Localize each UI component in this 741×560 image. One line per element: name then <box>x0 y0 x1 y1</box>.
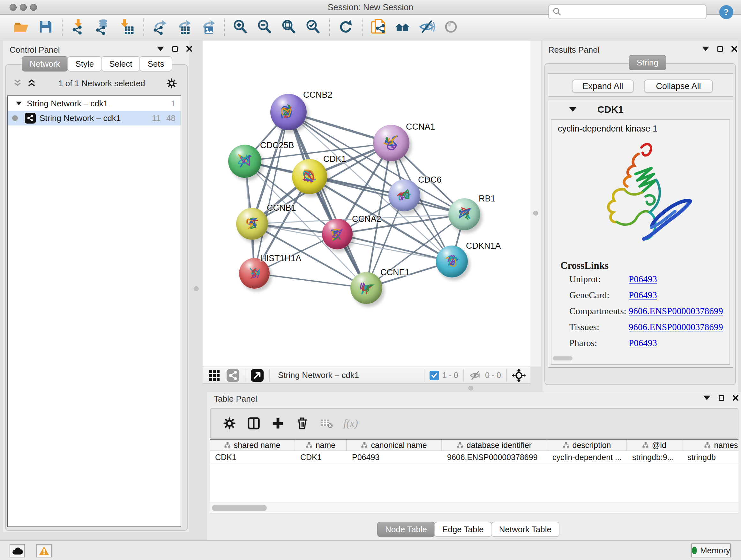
zoom-selected-button[interactable] <box>303 17 323 37</box>
right-splitter[interactable] <box>530 41 541 367</box>
column-header-name[interactable]: name <box>295 440 347 450</box>
cloud-button[interactable] <box>10 544 25 557</box>
table-row[interactable]: CDK1CDK1P064939606.ENSP00000378699cyclin… <box>210 451 738 464</box>
network-collection-row[interactable]: String Network – cdk1 1 <box>8 96 181 111</box>
right-splitter-handle[interactable] <box>533 211 538 215</box>
zoom-in-button[interactable] <box>230 17 250 37</box>
open-external-view-icon[interactable] <box>251 369 264 382</box>
cell[interactable]: cyclin-dependent ... <box>547 453 627 462</box>
node-CCNE1[interactable] <box>350 272 382 304</box>
node-CCNA2[interactable] <box>322 219 353 249</box>
cell[interactable]: P06493 <box>347 453 442 462</box>
bottom-splitter-handle[interactable] <box>468 386 473 390</box>
column-label: namespace <box>714 441 738 450</box>
fit-content-icon[interactable] <box>512 368 526 382</box>
node-RB1[interactable] <box>448 198 480 230</box>
table-h-scrollbar[interactable] <box>210 503 738 513</box>
tab-select[interactable]: Select <box>101 56 140 71</box>
tab-style[interactable]: Style <box>67 56 102 71</box>
warnings-button[interactable] <box>37 544 52 557</box>
node-CCNA1[interactable] <box>373 125 409 161</box>
network-row-selected[interactable]: String Network – cdk1 11 48 <box>8 111 181 125</box>
column-header-description[interactable]: description <box>547 440 627 450</box>
node-CDC6[interactable] <box>388 179 420 211</box>
export-table-button[interactable] <box>174 17 193 37</box>
node-CCNB2[interactable] <box>270 94 307 130</box>
selected-checkbox[interactable] <box>429 371 439 380</box>
delete-column-button[interactable] <box>293 414 312 433</box>
collapse-all-button[interactable]: Collapse All <box>644 79 713 93</box>
node-CDK1[interactable] <box>292 159 327 194</box>
node-CDC25B[interactable] <box>228 145 261 178</box>
cell[interactable]: stringdb:9... <box>627 453 682 462</box>
entry-collapse-icon[interactable] <box>569 107 576 112</box>
close-panel-icon[interactable] <box>731 46 738 52</box>
refresh-button[interactable] <box>336 17 355 37</box>
tab-string[interactable]: String <box>629 55 666 70</box>
hide-eye-button[interactable] <box>417 17 436 37</box>
search-input[interactable] <box>565 7 706 17</box>
memory-button[interactable]: Memory <box>691 543 731 557</box>
crosslink-link[interactable]: P06493 <box>629 274 723 285</box>
close-panel-icon[interactable] <box>732 395 739 401</box>
network-canvas[interactable]: CCNB2CCNA1CDC25BCDK1CDC6RB1CCNB1CCNA2CDK… <box>203 41 530 367</box>
left-splitter-handle[interactable] <box>194 287 199 291</box>
import-table-button[interactable] <box>117 17 137 37</box>
open-folder-button[interactable] <box>11 17 31 37</box>
tab-sets[interactable]: Sets <box>139 56 172 71</box>
collapse-all-icon[interactable] <box>12 78 23 88</box>
cell[interactable]: CDK1 <box>210 453 295 462</box>
string-panel-icon[interactable] <box>226 369 240 382</box>
tab-node-table[interactable]: Node Table <box>377 522 435 537</box>
tab-network[interactable]: Network <box>22 56 68 71</box>
column-header-@id[interactable]: @id <box>627 440 682 450</box>
share-document-button[interactable] <box>368 17 388 37</box>
collapse-panel-icon[interactable] <box>157 47 164 51</box>
birds-eye-view-icon[interactable] <box>208 369 220 382</box>
expand-all-button[interactable]: Expand All <box>572 79 634 93</box>
float-panel-icon[interactable] <box>718 46 723 52</box>
collapse-panel-icon[interactable] <box>703 395 711 400</box>
show-columns-button[interactable] <box>245 414 263 433</box>
export-image-button[interactable] <box>198 17 218 37</box>
cell[interactable]: 9606.ENSP00000378699 <box>442 453 547 462</box>
collapse-panel-icon[interactable] <box>702 47 709 51</box>
save-button[interactable] <box>36 17 56 37</box>
cell[interactable]: CDK1 <box>295 453 347 462</box>
crosslink-link[interactable]: P06493 <box>629 338 723 348</box>
gene-entry-header[interactable]: CDK1 <box>548 100 733 119</box>
help-button[interactable]: ? <box>719 4 734 20</box>
edge-HIST1H1A-CCNE1[interactable] <box>254 273 366 288</box>
import-network-button[interactable] <box>68 17 88 37</box>
column-header-database-identifier[interactable]: database identifier <box>442 440 547 450</box>
import-database-button[interactable] <box>92 17 112 37</box>
crosslink-link[interactable]: 9606.ENSP00000378699 <box>629 322 723 332</box>
float-panel-icon[interactable] <box>719 395 724 401</box>
node-CCNB1[interactable] <box>236 208 268 240</box>
crosslink-link[interactable]: 9606.ENSP00000378699 <box>629 306 723 316</box>
table-options-button[interactable] <box>220 414 239 433</box>
create-column-button[interactable] <box>269 414 287 433</box>
tree-expand-icon[interactable] <box>16 102 22 105</box>
edge-CCNB2-HIST1H1A[interactable] <box>254 112 288 273</box>
column-header-canonical-name[interactable]: canonical name <box>347 440 442 450</box>
crosslink-link[interactable]: P06493 <box>629 290 723 300</box>
expand-all-icon[interactable] <box>26 78 37 88</box>
export-table-icon <box>175 18 192 35</box>
home-button[interactable] <box>393 17 412 37</box>
zoom-fit-button[interactable] <box>279 17 299 37</box>
node-CDKN1A[interactable] <box>436 246 468 277</box>
float-panel-icon[interactable] <box>172 46 178 52</box>
zoom-out-button[interactable] <box>255 17 274 37</box>
tab-edge-table[interactable]: Edge Table <box>434 522 492 537</box>
network-options-gear-icon[interactable] <box>166 78 177 88</box>
show-eye-button[interactable] <box>441 17 461 37</box>
close-panel-icon[interactable] <box>186 46 192 52</box>
column-header-shared-name[interactable]: shared name <box>210 440 295 450</box>
cell[interactable]: stringdb <box>682 453 738 462</box>
results-scrollbar-thumb[interactable] <box>553 356 572 361</box>
tab-network-table[interactable]: Network Table <box>491 522 559 537</box>
export-network-button[interactable] <box>149 17 169 37</box>
column-header-namespace[interactable]: namespace <box>682 440 738 450</box>
table-scrollbar-thumb[interactable] <box>212 505 267 511</box>
